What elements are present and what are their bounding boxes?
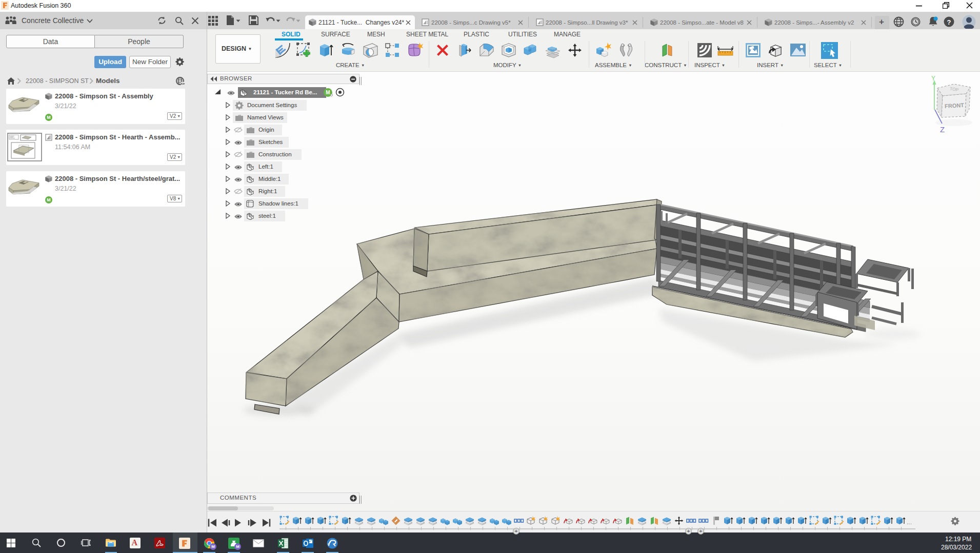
svg-text:Z: Z (940, 125, 945, 134)
svg-text:FRONT: FRONT (945, 102, 965, 109)
svg-text:Y: Y (931, 75, 935, 82)
svg-text:?: ? (947, 18, 951, 26)
